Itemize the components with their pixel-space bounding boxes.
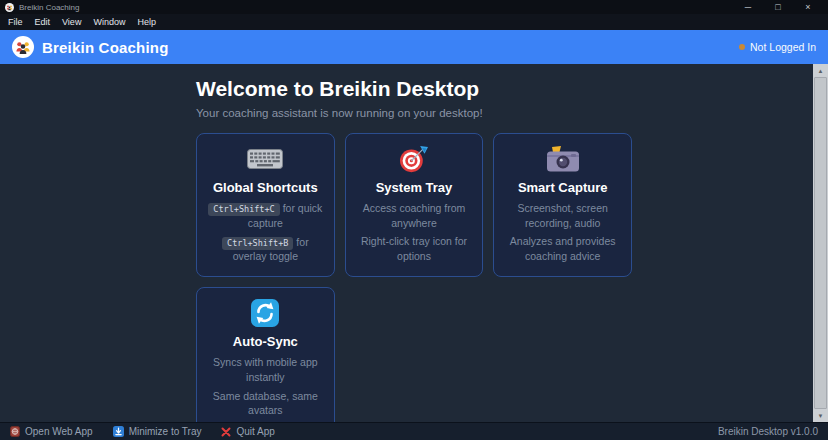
brand: Breikin Coaching — [12, 36, 169, 58]
window-title: Breikin Coaching — [19, 3, 79, 12]
kbd-combo-overlay: Ctrl+Shift+B — [222, 237, 293, 250]
titlebar: Breikin Coaching ─ □ × — [0, 0, 828, 14]
open-web-app-button[interactable]: Open Web App — [10, 426, 93, 437]
shortcut-line-1: Ctrl+Shift+C for quick capture — [206, 201, 325, 231]
brand-name: Breikin Coaching — [42, 39, 169, 56]
card-global-shortcuts: Global Shortcuts Ctrl+Shift+C for quick … — [196, 133, 335, 277]
sync-icon — [206, 300, 325, 326]
window-controls: ─ □ × — [733, 0, 823, 14]
shortcut-line-2: Ctrl+Shift+B for overlay toggle — [206, 235, 325, 265]
card-line: Analyzes and provides coaching advice — [503, 234, 622, 263]
card-line: Right-click tray icon for options — [355, 234, 474, 263]
version-text: Breikin Desktop v1.0.0 — [718, 426, 818, 437]
minimize-to-tray-label: Minimize to Tray — [129, 426, 202, 437]
quit-app-label: Quit App — [236, 426, 274, 437]
card-system-tray: System Tray Access coaching from anywher… — [345, 133, 484, 277]
login-status-label: Not Logged In — [750, 41, 816, 53]
page-subtitle: Your coaching assistant is now running o… — [196, 107, 632, 119]
open-web-app-label: Open Web App — [25, 426, 93, 437]
cards-grid: Global Shortcuts Ctrl+Shift+C for quick … — [196, 133, 632, 422]
web-app-icon — [10, 426, 20, 437]
card-line: Same database, same avatars — [206, 389, 325, 418]
tray-minimize-icon — [113, 426, 124, 437]
scroll-down-button[interactable]: ▼ — [813, 409, 828, 422]
maximize-button[interactable]: □ — [763, 0, 793, 14]
menu-item-edit[interactable]: Edit — [29, 14, 57, 30]
footer: Open Web App Minimize to Tray Quit App B… — [0, 422, 828, 440]
close-button[interactable]: × — [793, 0, 823, 14]
camera-icon — [503, 146, 622, 172]
scroll-thumb[interactable] — [814, 77, 827, 409]
keyboard-icon — [206, 146, 325, 172]
menu-item-view[interactable]: View — [56, 14, 87, 30]
card-title: System Tray — [355, 180, 474, 195]
menu-item-window[interactable]: Window — [87, 14, 131, 30]
card-line: Syncs with mobile app instantly — [206, 355, 325, 384]
app-window: Breikin Coaching ─ □ × File Edit View Wi… — [0, 0, 828, 440]
status-dot-icon — [739, 44, 745, 50]
card-title: Global Shortcuts — [206, 180, 325, 195]
menubar: File Edit View Window Help — [0, 14, 828, 30]
card-auto-sync: Auto-Sync Syncs with mobile app instantl… — [196, 287, 335, 422]
quit-app-button[interactable]: Quit App — [221, 426, 274, 437]
minimize-button[interactable]: ─ — [733, 0, 763, 14]
quit-icon — [221, 427, 231, 437]
scroll-up-button[interactable]: ▲ — [813, 64, 828, 77]
brand-logo-icon — [12, 36, 34, 58]
target-icon — [355, 146, 474, 172]
card-line: Access coaching from anywhere — [355, 201, 474, 230]
menu-item-help[interactable]: Help — [131, 14, 162, 30]
minimize-to-tray-button[interactable]: Minimize to Tray — [113, 426, 202, 437]
menu-item-file[interactable]: File — [2, 14, 29, 30]
card-title: Smart Capture — [503, 180, 622, 195]
kbd-combo-capture: Ctrl+Shift+C — [208, 203, 279, 216]
login-status[interactable]: Not Logged In — [739, 41, 816, 53]
main-content: Welcome to Breikin Desktop Your coaching… — [0, 64, 828, 422]
app-header: Breikin Coaching Not Logged In — [0, 30, 828, 64]
page-title: Welcome to Breikin Desktop — [196, 77, 632, 101]
app-logo-icon — [5, 3, 14, 12]
card-smart-capture: Smart Capture Screenshot, screen recordi… — [493, 133, 632, 277]
card-line: Screenshot, screen recording, audio — [503, 201, 622, 230]
scrollbar[interactable]: ▲ ▼ — [813, 64, 828, 422]
card-title: Auto-Sync — [206, 334, 325, 349]
content-container: Welcome to Breikin Desktop Your coaching… — [196, 64, 632, 422]
